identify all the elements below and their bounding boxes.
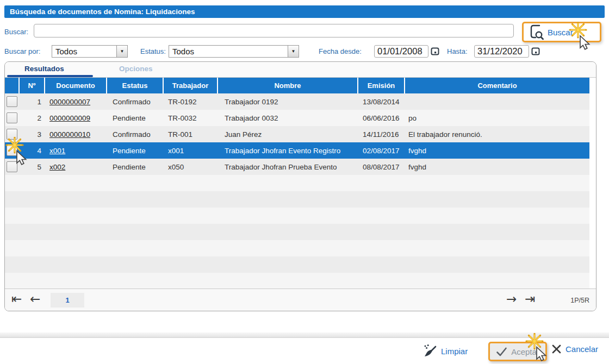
cell-nombre: Trabajador 0192: [218, 98, 358, 106]
hasta-input[interactable]: 31/12/2020: [474, 45, 529, 58]
fecha-desde-input[interactable]: 01/01/2008: [374, 45, 428, 58]
cell-comentario: fvghd: [405, 147, 589, 155]
row-checkbox[interactable]: [7, 112, 17, 123]
tab-strip: Resultados Opciones: [5, 62, 596, 78]
document-link[interactable]: 0000000007: [49, 98, 90, 106]
buscar-button-label: Buscar: [548, 28, 573, 37]
buscar-button[interactable]: Buscar: [522, 22, 601, 42]
cell-num: 3: [20, 130, 45, 139]
header-estatus: Estatus: [107, 78, 164, 93]
cell-comentario: po: [405, 114, 589, 122]
calendar-icon[interactable]: [531, 47, 540, 55]
chevron-down-icon[interactable]: ▼: [288, 46, 299, 57]
header-trabajador: Trabajador: [164, 78, 218, 93]
hasta-label: Hasta:: [447, 47, 468, 55]
pagination-first-button[interactable]: ⇤: [11, 291, 22, 307]
header-nombre: Nombre: [218, 78, 358, 93]
broom-icon: [423, 344, 437, 358]
chevron-down-icon[interactable]: ▼: [116, 46, 127, 57]
cancelar-button[interactable]: Cancelar: [551, 344, 598, 354]
check-icon: [496, 347, 507, 357]
cell-nombre: Trabajador 0032: [218, 114, 358, 122]
estatus-label: Estatus:: [140, 47, 166, 55]
header-emision: Emisión: [358, 78, 405, 93]
empty-rows-area: [5, 175, 589, 288]
cell-comentario: El trabajador renunció.: [405, 130, 589, 139]
buscar-por-label: Buscar por:: [4, 47, 40, 55]
limpiar-label: Limpiar: [441, 347, 468, 356]
cell-num: 4: [20, 147, 45, 155]
cell-nombre: Juan Pérez: [218, 130, 358, 139]
table-row[interactable]: 5 x002 Pendiente x050 Trabajador Jhofran…: [5, 159, 589, 175]
pagination-next-button[interactable]: →: [506, 291, 517, 307]
footer-separator: [0, 332, 609, 338]
pagination-summary: 1P/5R: [570, 297, 589, 304]
pagination-prev-button[interactable]: ←: [30, 291, 40, 307]
results-panel: Resultados Opciones Nº Documento Estatus…: [4, 61, 596, 311]
cell-estatus: Pendiente: [107, 114, 164, 122]
pagination-current-page[interactable]: 1: [51, 293, 84, 307]
cancelar-label: Cancelar: [566, 344, 598, 354]
row-checkbox[interactable]: [7, 161, 17, 172]
cell-estatus: Pendiente: [107, 147, 164, 155]
cell-emision: 14/11/2016: [358, 130, 405, 139]
aceptar-label: Aceptar: [511, 347, 539, 356]
pagination-last-button[interactable]: ⇥: [525, 291, 535, 307]
header-checkbox-column: [5, 78, 20, 93]
buscar-por-dropdown[interactable]: Todos ▼: [52, 45, 128, 58]
cell-emision: 06/06/2016: [358, 114, 405, 122]
estatus-dropdown[interactable]: Todos ▼: [169, 45, 299, 58]
cell-emision: 13/08/2014: [358, 98, 405, 106]
document-link[interactable]: 0000000010: [49, 130, 90, 139]
search-label: Buscar:: [4, 28, 28, 36]
cell-nombre: Trabajador Jhofran Prueba Evento: [218, 163, 358, 171]
cell-num: 5: [20, 163, 45, 171]
cell-emision: 08/08/2017: [358, 163, 405, 171]
tab-resultados[interactable]: Resultados: [24, 65, 64, 73]
table-row[interactable]: 1 0000000007 Confirmado TR-0192 Trabajad…: [5, 93, 589, 110]
aceptar-button[interactable]: Aceptar: [488, 342, 547, 361]
cell-num: 2: [20, 114, 45, 122]
table-row[interactable]: 2 0000000009 Pendiente TR-0032 Trabajado…: [5, 110, 589, 126]
buscar-por-value: Todos: [52, 46, 116, 57]
x-icon: [551, 344, 562, 354]
cell-trabajador: TR-0192: [164, 98, 218, 106]
cell-estatus: Confirmado: [107, 98, 164, 106]
tab-opciones[interactable]: Opciones: [119, 65, 153, 73]
table-header: Nº Documento Estatus Trabajador Nombre E…: [5, 78, 589, 93]
pagination-bar: ⇤ ← 1 → ⇥ 1P/5R: [5, 288, 596, 311]
cell-emision: 02/08/2017: [358, 147, 405, 155]
cell-trabajador: x001: [164, 147, 218, 155]
search-input[interactable]: [34, 24, 514, 37]
dialog-title: Búsqueda de documentos de Nomina: Liquid…: [4, 5, 605, 18]
row-checkbox[interactable]: [7, 145, 17, 156]
header-documento: Documento: [45, 78, 107, 93]
cell-num: 1: [20, 98, 45, 106]
row-checkbox[interactable]: [7, 129, 17, 140]
cell-estatus: Confirmado: [107, 130, 164, 139]
document-link[interactable]: 0000000009: [49, 114, 90, 122]
active-tab-underline: [7, 75, 93, 77]
document-link[interactable]: x002: [49, 163, 65, 171]
row-checkbox[interactable]: [7, 96, 17, 107]
cell-comentario: fvghd: [405, 163, 589, 171]
cell-trabajador: x050: [164, 163, 218, 171]
cell-trabajador: TR-0032: [164, 114, 218, 122]
estatus-value: Todos: [169, 46, 288, 57]
header-comentario: Comentario: [405, 78, 589, 93]
fecha-desde-label: Fecha desde:: [319, 47, 362, 55]
cell-trabajador: TR-001: [164, 130, 218, 139]
header-num: Nº: [20, 78, 45, 93]
table-row[interactable]: 3 0000000010 Confirmado TR-001 Juan Pére…: [5, 126, 589, 142]
calendar-icon[interactable]: [431, 47, 439, 55]
document-link[interactable]: x001: [49, 147, 65, 155]
document-search-icon: [529, 23, 545, 41]
limpiar-button[interactable]: Limpiar: [423, 344, 468, 358]
cell-nombre: Trabajador Jhofran Evento Registro: [218, 147, 358, 155]
cell-estatus: Pendiente: [107, 163, 164, 171]
table-row-selected[interactable]: 4 x001 Pendiente x001 Trabajador Jhofran…: [5, 142, 589, 159]
